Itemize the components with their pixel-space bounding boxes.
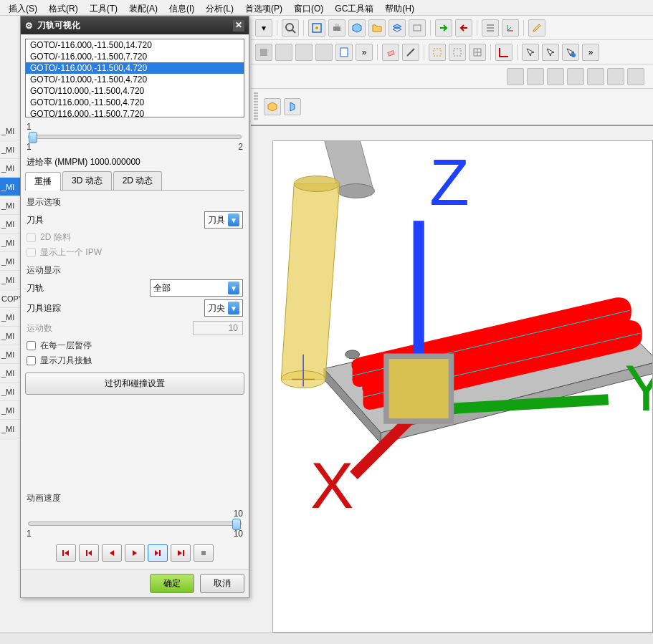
nav-item[interactable]: _MI <box>0 364 20 383</box>
gouge-collision-settings-button[interactable]: 过切和碰撞设置 <box>25 373 244 395</box>
arrow2-icon[interactable] <box>455 19 472 37</box>
nav-item[interactable]: _MI <box>0 327 20 345</box>
tb-icon[interactable]: ▾ <box>255 19 272 37</box>
nav-item[interactable]: _MI <box>0 252 20 271</box>
more-icon[interactable]: » <box>356 44 373 61</box>
nav-item[interactable]: _MI <box>0 159 20 178</box>
last-button[interactable] <box>171 544 191 562</box>
tab-3d-dynamic[interactable]: 3D 动态 <box>62 171 112 190</box>
goto-row[interactable]: GOTO/-116.000,-11.500,7.720 <box>26 51 244 62</box>
op5-icon[interactable] <box>587 68 604 85</box>
mill-icon[interactable] <box>255 44 272 61</box>
nav-item[interactable]: _MI <box>0 234 20 252</box>
ptr1-icon[interactable] <box>522 44 539 61</box>
menu-tools[interactable]: 工具(T) <box>84 1 123 14</box>
menu-gctoolbox[interactable]: GC工具箱 <box>329 1 379 14</box>
menu-window[interactable]: 窗口(O) <box>288 1 329 14</box>
play-button[interactable] <box>125 544 145 562</box>
close-icon[interactable]: ✕ <box>233 20 244 32</box>
goto-row[interactable]: GOTO/-116.000,-11.500,14.720 <box>26 39 244 51</box>
tooltrack-select[interactable]: 刀尖▼ <box>204 299 243 317</box>
dashed-rect-icon[interactable] <box>429 44 446 61</box>
mill2-icon[interactable] <box>275 44 292 61</box>
goto-row[interactable]: GOTO/116.000,-11.500,4.720 <box>26 97 244 108</box>
nav-item[interactable]: _MI <box>0 215 20 234</box>
folder-icon[interactable] <box>368 19 386 37</box>
speed-slider[interactable] <box>28 522 242 526</box>
nav-item[interactable]: _MI <box>0 178 20 196</box>
svg-text:Z: Z <box>429 146 469 218</box>
position-slider[interactable] <box>28 135 242 139</box>
asm-icon[interactable] <box>284 98 301 115</box>
goto-row[interactable]: GOTO/116.000,-11.500,7.720 <box>26 108 244 117</box>
mill3-icon[interactable] <box>295 44 313 61</box>
stepback-button[interactable] <box>102 544 122 562</box>
print-icon[interactable] <box>328 19 345 37</box>
dialog-titlebar[interactable]: ⚙ 刀轨可视化 ✕ <box>21 16 249 34</box>
brush-icon[interactable] <box>528 19 545 37</box>
chk-pause-each-layer[interactable] <box>27 341 36 350</box>
prev-button[interactable] <box>79 544 99 562</box>
menu-info[interactable]: 信息(I) <box>163 1 200 14</box>
part-icon[interactable] <box>264 98 281 115</box>
dashed-rect2-icon[interactable] <box>449 44 466 61</box>
nav-item[interactable]: _MI <box>0 420 20 438</box>
fit-icon[interactable] <box>308 19 325 37</box>
ptr3-icon[interactable] <box>562 44 579 61</box>
menu-insert[interactable]: 插入(S) <box>3 1 43 14</box>
arrow-icon[interactable] <box>435 19 452 37</box>
tab-replay[interactable]: 重播 <box>25 172 61 191</box>
cube-icon[interactable] <box>348 19 366 37</box>
op7-icon[interactable] <box>627 68 644 85</box>
op2-icon[interactable] <box>527 68 544 85</box>
nav-item[interactable]: COPY <box>0 289 20 308</box>
goto-row[interactable]: GOTO/-116.000,-11.500,4.720 <box>26 62 244 74</box>
op1-icon[interactable] <box>507 68 524 85</box>
ptr2-icon[interactable] <box>542 44 559 61</box>
csys-icon[interactable] <box>502 19 519 37</box>
list-icon[interactable] <box>482 19 499 37</box>
mill4-icon[interactable] <box>315 44 333 61</box>
first-button[interactable] <box>56 544 76 562</box>
ok-button[interactable]: 确定 <box>150 574 194 593</box>
menu-assembly[interactable]: 装配(A) <box>123 1 163 14</box>
grid-icon[interactable] <box>469 44 486 61</box>
angle-sel-icon[interactable] <box>495 44 513 61</box>
more2-icon[interactable]: » <box>582 44 599 61</box>
graphics-viewport[interactable]: Z Y X <box>272 140 653 633</box>
op3-icon[interactable] <box>547 68 564 85</box>
nav-item[interactable]: _MI <box>0 122 20 140</box>
menu-format[interactable]: 格式(R) <box>43 1 84 14</box>
sheet-icon[interactable] <box>335 44 353 61</box>
erase-icon[interactable] <box>382 44 399 61</box>
cancel-button[interactable]: 取消 <box>200 574 244 593</box>
nav-item[interactable]: _MI <box>0 308 20 327</box>
menu-analyze[interactable]: 分析(L) <box>200 1 239 14</box>
op4-icon[interactable] <box>567 68 584 85</box>
search-icon[interactable] <box>282 19 299 37</box>
stop-button[interactable] <box>194 544 214 562</box>
tab-2d-dynamic[interactable]: 2D 动态 <box>113 171 163 190</box>
line-icon[interactable] <box>402 44 419 61</box>
nav-item[interactable]: _MI <box>0 345 20 364</box>
chk-show-prev-ipw <box>27 248 36 257</box>
tool-select[interactable]: 刀具▼ <box>204 211 243 229</box>
op6-icon[interactable] <box>607 68 624 85</box>
goto-row[interactable]: GOTO/110.000,-11.500,4.720 <box>26 85 244 97</box>
nav-item[interactable]: _MI <box>0 140 20 159</box>
gear-icon[interactable]: ⚙ <box>25 21 33 31</box>
chk-show-tool-contact[interactable] <box>27 356 36 365</box>
goto-listbox[interactable]: GOTO/-116.000,-11.500,14.720GOTO/-116.00… <box>25 39 244 117</box>
nav-item[interactable]: _MI <box>0 196 20 215</box>
nav-item[interactable]: _MI <box>0 383 20 401</box>
stepfwd-button[interactable] <box>148 544 168 562</box>
grip-handle[interactable] <box>254 92 258 121</box>
nav-item[interactable]: _MI <box>0 271 20 289</box>
goto-row[interactable]: GOTO/-110.000,-11.500,4.720 <box>26 74 244 85</box>
menu-prefs[interactable]: 首选项(P) <box>239 1 288 14</box>
menu-help[interactable]: 帮助(H) <box>379 1 420 14</box>
rect-icon[interactable] <box>409 19 426 37</box>
layer-icon[interactable] <box>389 19 406 37</box>
nav-item[interactable]: _MI <box>0 401 20 420</box>
toolpath-select[interactable]: 全部▼ <box>150 279 243 297</box>
